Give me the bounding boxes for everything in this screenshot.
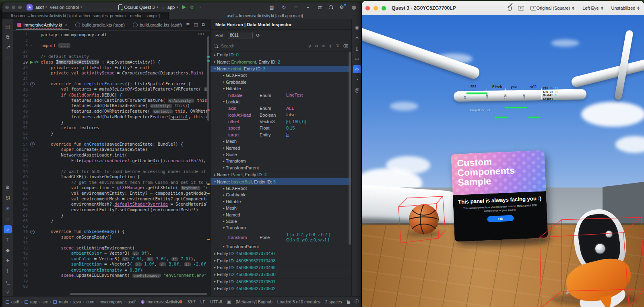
app-insights-icon[interactable]: @: [353, 86, 361, 94]
breadcrumb-item[interactable]: com: [86, 299, 94, 304]
tree-row[interactable]: ▾Name: robot, Entity ID: 3: [211, 65, 351, 72]
more-tools-icon[interactable]: ⋯: [4, 54, 12, 62]
filter-icon[interactable]: ∇: [308, 44, 311, 48]
commit-icon[interactable]: ⧉: [4, 33, 12, 41]
meta-horizon-icon[interactable]: ∞: [353, 65, 361, 73]
bugnub-widget[interactable]: [Meta-only] Bugnub: [236, 299, 272, 304]
tree-row[interactable]: hittableEnumLineTest: [211, 92, 351, 98]
device-selector[interactable]: Oculus Quest 3▾: [118, 4, 158, 10]
zoom-window-button[interactable]: [382, 6, 386, 10]
ok-button[interactable]: Ok: [487, 215, 514, 223]
run-class-icon[interactable]: [30, 61, 33, 64]
tree-row[interactable]: ▸TransformParent: [211, 165, 351, 171]
dropdown-left-eye[interactable]: Left Eye: [582, 6, 603, 10]
tree-row[interactable]: speedFloat0.15: [211, 125, 351, 131]
tree-row[interactable]: ▸Mesh: [211, 205, 351, 211]
breadcrumb-item[interactable]: CImmersiveActivity: [141, 299, 180, 304]
device-manager-icon[interactable]: ▤: [268, 4, 275, 10]
close-tab-icon[interactable]: ×: [65, 23, 67, 27]
tree-row[interactable]: ▸Scale: [211, 151, 351, 158]
tree-row[interactable]: offsetVector3[0, 180, 0]: [211, 118, 351, 125]
tree-row[interactable]: targetEntity5: [211, 132, 351, 138]
tree-row[interactable]: ▸TransformParent: [211, 243, 351, 250]
notifications-icon[interactable]: ◉: [353, 23, 361, 31]
collapse-all-icon[interactable]: ✕: [322, 44, 325, 48]
single-window-icon[interactable]: 1: [530, 6, 536, 10]
encoding[interactable]: UTF-8: [210, 299, 222, 304]
split-editor-icon[interactable]: ◫: [194, 22, 198, 27]
override-icon[interactable]: ↑: [30, 230, 35, 234]
refresh-icon[interactable]: ⟳: [256, 33, 260, 38]
tree-row[interactable]: ▸GLXFRoot: [211, 185, 351, 192]
expand-all-icon[interactable]: ⇕: [329, 44, 332, 48]
tree-row[interactable]: ▸Entity ID: 4503599627370499: [211, 264, 351, 271]
tree-row[interactable]: lookAtHeadBooleanfalse: [211, 112, 351, 118]
tree-row[interactable]: ▸Entity ID: 4503599627370497: [211, 250, 351, 257]
structure-icon[interactable]: ⎇: [4, 43, 12, 52]
clear-icon[interactable]: ⌫: [343, 44, 348, 48]
code-tag-icon[interactable]: </>: [34, 60, 38, 65]
tab-build-gradle-kts-app-[interactable]: build.gradle.kts (:app): [71, 19, 129, 30]
breadcrumb-item[interactable]: asdf: [6, 299, 19, 304]
breadcrumb-item[interactable]: app: [25, 299, 37, 304]
close-window-button[interactable]: [365, 6, 370, 10]
tree-row[interactable]: ▾Transform: [211, 225, 351, 231]
tree-row[interactable]: ▸Entity ID: 4503599627370501: [211, 278, 351, 285]
revert-icon[interactable]: ↺: [315, 44, 318, 48]
tree-row[interactable]: axisEnumALL: [211, 105, 351, 111]
sync-restart-icon[interactable]: ↻: [281, 4, 287, 10]
tree-row[interactable]: ▾Name: basketBall, Entity ID: 5: [211, 178, 351, 185]
editor-horizontal-scrollbar[interactable]: [70, 293, 207, 295]
vcs-widget[interactable]: Version control▾: [50, 5, 82, 10]
tree-row[interactable]: ▸Entity ID: 0: [211, 51, 351, 58]
tree-row[interactable]: ▸Name: Environment, Entity ID: 2: [211, 58, 351, 65]
dropdown-original-square-[interactable]: Original (Square): [536, 6, 574, 10]
readonly-icon[interactable]: ▣: [227, 299, 231, 304]
breadcrumb-item[interactable]: java: [73, 299, 81, 304]
tree-row[interactable]: ▸Name: Panel, Entity ID: 4: [211, 171, 351, 178]
gem-icon[interactable]: ◆: [4, 246, 12, 254]
zoom-window-button[interactable]: [18, 6, 22, 9]
tree-row[interactable]: ▸Scale: [211, 218, 351, 225]
fold-icon[interactable]: ›: [30, 43, 32, 49]
screenshot-icon[interactable]: [518, 6, 524, 10]
tree-row[interactable]: ▸Transform: [211, 158, 351, 164]
tree-row[interactable]: ▸Mesh: [211, 138, 351, 144]
vr-viewport[interactable]: 90FPS360Pitch360yaw360roll CPU U:31GPU U…: [362, 15, 644, 307]
lock-icon[interactable]: ⚿: [336, 43, 339, 48]
tree-row[interactable]: ▸Hittable: [211, 198, 351, 205]
tree-row[interactable]: ▸Entity ID: 4503599627370502: [211, 285, 351, 292]
tree-row[interactable]: ▸Named: [211, 144, 351, 151]
float-editor-icon[interactable]: ⧉: [202, 22, 205, 27]
tree-row[interactable]: ▾Hittable: [211, 85, 351, 92]
inspector-scrollbar[interactable]: [349, 52, 351, 245]
todo-list-icon[interactable]: ≔: [293, 4, 299, 10]
override-icon[interactable]: ↑: [30, 82, 35, 87]
background-window-title[interactable]: fbsource – ImmersiveActivity.kt [xplat_a…: [2, 12, 169, 19]
tree-row[interactable]: ▸Grabbable: [211, 192, 351, 198]
terminal-icon[interactable]: ›_: [4, 278, 12, 286]
project-selector[interactable]: asdf▾: [35, 5, 47, 10]
breadcrumb-item[interactable]: asdf: [128, 299, 136, 304]
gradle-icon[interactable]: ◔: [353, 76, 361, 84]
tree-row[interactable]: ▾LookAt: [211, 99, 351, 105]
attach-debugger-icon[interactable]: ⌁: [305, 4, 311, 10]
profile-avatar[interactable]: ◍: [351, 4, 357, 10]
run-config-selector[interactable]: ⌓app▾: [162, 5, 178, 10]
breadcrumb[interactable]: asdf›app›src›main›java›com›mycompany›asd…: [6, 299, 179, 304]
lock-icon[interactable]: [347, 301, 350, 304]
tree-row[interactable]: transformPoseT:[ x:-0.7, y:0.8, z:0.7 ]Q…: [211, 231, 351, 243]
search-everywhere-icon[interactable]: [329, 5, 333, 9]
list-view-icon[interactable]: ≣: [186, 22, 190, 27]
project-icon[interactable]: ▤: [4, 23, 12, 31]
tree-row[interactable]: ▸Entity ID: 4503599627370498: [211, 257, 351, 264]
microphone-muted-icon[interactable]: [508, 6, 512, 11]
tree-row[interactable]: ▸Named: [211, 211, 351, 218]
bee-icon[interactable]: ✈: [4, 257, 12, 265]
close-window-button[interactable]: [5, 6, 9, 9]
override-icon[interactable]: ↑: [30, 142, 35, 146]
git-branch-icon[interactable]: ⑂: [4, 288, 12, 296]
sapling-icon[interactable]: Sl: [4, 194, 12, 202]
code-editor[interactable]: 1package com.mycompany.asdf23›import ...…: [13, 31, 210, 296]
search-field[interactable]: [214, 43, 305, 49]
